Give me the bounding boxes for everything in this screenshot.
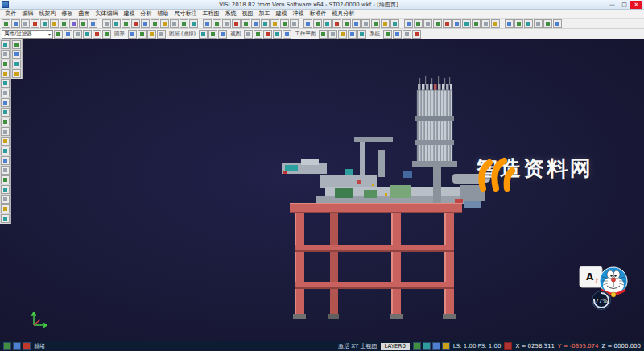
toolbar-icon[interactable] (69, 19, 78, 28)
menu-item[interactable]: 实体编辑 (93, 10, 121, 18)
toolbar-icon[interactable] (505, 19, 514, 28)
toolbar-icon[interactable] (160, 19, 169, 28)
toolbar-icon[interactable] (543, 19, 552, 28)
toolbar-icon[interactable] (2, 19, 10, 28)
toolbar-icon[interactable] (64, 30, 72, 39)
menu-item[interactable]: 曲面 (76, 10, 93, 18)
toolbar-icon[interactable] (157, 30, 166, 39)
toolbar-icon[interactable] (361, 19, 370, 28)
toolbar-icon[interactable] (189, 19, 198, 28)
toolbar-icon[interactable] (323, 19, 332, 28)
status-icon[interactable] (423, 342, 431, 350)
toolbar-icon[interactable] (203, 19, 212, 28)
toolbar-icon[interactable] (93, 30, 101, 39)
menu-item[interactable]: 建模 (273, 10, 290, 18)
toolbar-icon[interactable] (319, 30, 328, 39)
menu-item[interactable]: 加工 (256, 10, 273, 18)
menu-item[interactable]: 系统 (222, 10, 239, 18)
status-icon[interactable] (3, 342, 11, 350)
toolbar-icon[interactable] (128, 30, 137, 39)
toolbar-icon[interactable] (242, 19, 250, 28)
toolbar-icon[interactable] (433, 19, 442, 28)
layer-indicator[interactable]: LAYER0 (381, 343, 410, 350)
toolbar-icon[interactable] (89, 19, 97, 28)
close-button[interactable]: ✕ (630, 1, 642, 9)
toolbar-icon[interactable] (138, 30, 147, 39)
toolbar-icon[interactable] (491, 19, 500, 28)
toolbar-icon[interactable] (263, 30, 272, 39)
toolbar-icon[interactable] (254, 30, 262, 39)
toolbar-icon[interactable] (73, 30, 82, 39)
menu-item[interactable]: 修改 (59, 10, 76, 18)
toolbar-icon[interactable] (283, 30, 291, 39)
menu-item[interactable]: 文件 (2, 10, 19, 18)
toolbar-icon[interactable] (102, 19, 111, 28)
toolbar-icon[interactable] (244, 30, 253, 39)
toolbar-icon[interactable] (393, 30, 402, 39)
toolbar-icon[interactable] (443, 19, 452, 28)
menu-item[interactable]: 线架构 (36, 10, 59, 18)
toolbar-icon[interactable] (50, 19, 59, 28)
menu-item[interactable]: 模具分析 (329, 10, 357, 18)
toolbar-icon[interactable] (208, 30, 217, 39)
toolbar-icon[interactable] (328, 30, 337, 39)
viewport[interactable]: A ♪ 77% (0, 39, 644, 341)
toolbar-icon[interactable] (60, 19, 68, 28)
toolbar-icon[interactable] (11, 19, 20, 28)
toolbar-icon[interactable] (342, 19, 351, 28)
toolbar-icon[interactable] (31, 19, 39, 28)
toolbar-icon[interactable] (404, 19, 413, 28)
toolbar-icon[interactable] (514, 19, 523, 28)
toolbar-icon[interactable] (131, 19, 140, 28)
menu-item[interactable]: 编辑 (19, 10, 36, 18)
status-icon[interactable] (442, 342, 450, 350)
menu-item[interactable]: 建模 (121, 10, 138, 18)
status-icon[interactable] (23, 342, 31, 350)
menu-item[interactable]: 冲模 (290, 10, 307, 18)
progress-ring[interactable]: 77% (592, 291, 611, 310)
toolbar-icon[interactable] (21, 19, 30, 28)
status-icon[interactable] (413, 342, 421, 350)
toolbar-icon[interactable] (83, 30, 92, 39)
toolbar-icon[interactable] (357, 30, 366, 39)
status-view-text[interactable]: 激活 XY 上视图 (338, 342, 378, 350)
toolbar-icon[interactable] (524, 19, 533, 28)
toolbar-icon[interactable] (79, 19, 88, 28)
status-icon[interactable] (432, 342, 440, 350)
menu-item[interactable]: 标准件 (307, 10, 329, 18)
toolbar-icon[interactable] (40, 19, 49, 28)
toolbar-icon[interactable] (213, 19, 221, 28)
maximize-button[interactable]: □ (618, 1, 630, 9)
toolbar-icon[interactable] (199, 30, 208, 39)
toolbar-icon[interactable] (303, 19, 312, 28)
toolbar-icon[interactable] (102, 30, 111, 39)
toolbar-icon[interactable] (472, 19, 481, 28)
toolbar-icon[interactable] (151, 19, 159, 28)
toolbar-icon[interactable] (280, 19, 289, 28)
toolbar-icon[interactable] (423, 19, 432, 28)
toolbar-icon[interactable] (381, 19, 390, 28)
toolbar-icon[interactable] (534, 19, 543, 28)
toolbar-icon[interactable] (261, 19, 270, 28)
menu-item[interactable]: 工程图 (200, 10, 222, 18)
toolbar-icon[interactable] (147, 30, 156, 39)
toolbar-icon[interactable] (383, 30, 392, 39)
status-icon[interactable] (13, 342, 21, 350)
toolbar-icon[interactable] (402, 30, 411, 39)
toolbar-icon[interactable] (170, 19, 179, 28)
toolbar-icon[interactable] (412, 30, 421, 39)
toolbar-icon[interactable] (462, 19, 471, 28)
minimize-button[interactable]: — (606, 1, 618, 9)
toolbar-icon[interactable] (273, 30, 282, 39)
menu-item[interactable]: 分析 (138, 10, 155, 18)
toolbar-icon[interactable] (553, 19, 562, 28)
toolbar-icon[interactable] (348, 30, 357, 39)
toolbar-icon[interactable] (180, 19, 188, 28)
toolbar-icon[interactable] (122, 19, 130, 28)
toolbar-icon[interactable] (141, 19, 150, 28)
toolbar-icon[interactable] (270, 19, 279, 28)
toolbar-icon[interactable] (112, 19, 121, 28)
toolbar-icon[interactable] (481, 19, 490, 28)
toolbar-icon[interactable] (54, 30, 63, 39)
toolbar-icon[interactable] (251, 19, 260, 28)
